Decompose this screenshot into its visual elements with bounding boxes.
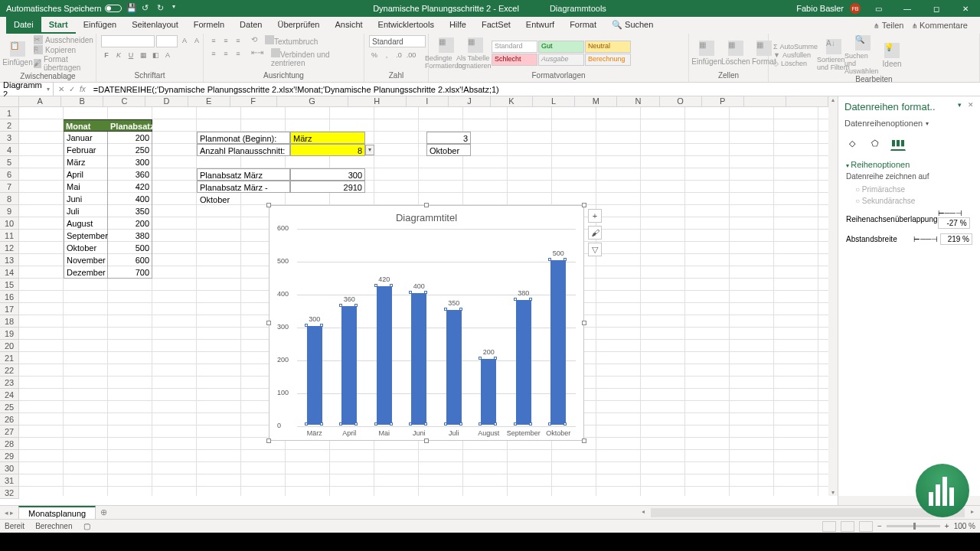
comments-button[interactable]: Kommentare [912,21,969,30]
tab-help[interactable]: Hilfe [442,17,474,34]
italic-icon[interactable]: K [113,50,124,60]
decrease-font-icon[interactable]: A [191,35,202,46]
sheet-nav-next[interactable]: ▸ [10,509,14,517]
autosum-button[interactable]: ΣAutoSumme [773,43,818,51]
column-header[interactable]: J [449,96,491,107]
cell[interactable]: 200 [108,132,152,144]
column-header[interactable]: N [617,96,659,107]
font-color-icon[interactable]: A [162,50,173,60]
chart-bar[interactable]: 200August [479,359,498,425]
chart-plot-area[interactable]: 0100200300400500600300März360April420Mai… [297,229,576,425]
column-header[interactable]: P [702,96,744,107]
cell[interactable]: Planmonat (Beginn): [197,132,290,144]
chart-bar[interactable]: 500Oktober [549,260,567,425]
tab-design[interactable]: Entwurf [518,17,562,34]
minimize-icon[interactable]: — [896,0,919,17]
chart-bar[interactable]: 400Juni [410,293,428,425]
row-header[interactable]: 12 [0,242,19,254]
user-avatar[interactable]: FB [850,3,861,14]
tab-review[interactable]: Überprüfen [270,17,327,34]
row-header[interactable]: 14 [0,266,19,279]
row-header[interactable]: 13 [0,254,19,266]
row-header[interactable]: 9 [0,205,19,217]
dropdown-button[interactable]: ▾ [365,145,374,155]
cell[interactable]: Monat [64,119,108,132]
cell[interactable]: 2910 [290,181,365,193]
tab-format[interactable]: Format [562,17,604,34]
cell[interactable]: März [64,156,108,168]
page-break-view-button[interactable] [859,521,873,532]
series-overlap-input[interactable] [938,217,970,229]
cell[interactable]: 380 [108,230,152,242]
cell-styles-gallery[interactable]: Standard Gut Neutral Schlecht Ausgabe Be… [492,41,631,66]
tab-view[interactable]: Ansicht [327,17,370,34]
cell[interactable]: Oktober [64,242,108,254]
fx-icon[interactable]: fx [80,85,86,93]
row-header[interactable]: 21 [0,352,19,364]
column-header[interactable]: L [533,96,575,107]
row-header[interactable]: 3 [0,132,19,144]
chart-object[interactable]: Diagrammtitel 0100200300400500600300März… [269,205,584,441]
clear-button[interactable]: ◇Löschen [773,60,818,67]
row-header[interactable]: 4 [0,144,19,156]
fill-button[interactable]: ▼Ausfüllen [773,51,818,59]
save-icon[interactable]: 💾 [126,3,137,14]
series-options-header[interactable]: Reihenoptionen [846,160,972,169]
row-header[interactable]: 2 [0,119,19,132]
row-header[interactable]: 27 [0,425,19,438]
row-header[interactable]: 24 [0,389,19,401]
select-all-cell[interactable] [0,96,19,107]
sheet-tab-monatsplanung[interactable]: Monatsplanung [18,506,96,520]
cell[interactable]: 420 [108,181,152,193]
row-header[interactable]: 10 [0,217,19,230]
cell[interactable]: Planabsatz März - Oktober [197,181,290,193]
cell[interactable]: 350 [108,205,152,217]
zoom-in-button[interactable]: + [945,522,949,530]
column-header[interactable]: I [407,96,449,107]
chart-bar[interactable]: 350Juli [445,310,463,425]
qat-more-icon[interactable]: ▾ [172,3,183,14]
row-header[interactable]: 5 [0,156,19,168]
chart-elements-button[interactable]: + [588,209,602,223]
column-header[interactable]: O [660,96,702,107]
effects-icon[interactable]: ⬠ [867,135,883,151]
ribbon-options-icon[interactable]: ▭ [867,0,890,17]
cell[interactable]: 500 [108,242,152,254]
cell[interactable]: Planabsatz [108,119,152,132]
cell[interactable]: 3 [426,132,471,144]
cell[interactable]: Juni [64,193,108,205]
cell[interactable]: 360 [108,168,152,181]
cell[interactable]: 8 [290,144,365,156]
cancel-formula-icon[interactable]: ✕ [58,85,64,93]
row-header[interactable]: 1 [0,107,19,119]
tab-search[interactable]: 🔍 Suchen [604,17,661,34]
gap-width-input[interactable] [940,233,972,245]
pane-close-icon[interactable]: ✕ [968,101,974,109]
bold-icon[interactable]: F [101,50,112,60]
cell[interactable]: Juli [64,205,108,217]
cell[interactable]: 200 [108,217,152,230]
delete-cells-button[interactable]: ▦Löschen [723,41,749,66]
sort-filter-button[interactable]: A↓Sortieren und Filtern [821,39,847,71]
cell[interactable]: 600 [108,254,152,266]
cell[interactable]: März [290,132,365,144]
zoom-slider[interactable] [887,525,940,527]
row-header[interactable]: 16 [0,291,19,303]
cell[interactable]: April [64,168,108,181]
pane-subtitle[interactable]: Datenreihenoptionen [838,117,980,132]
chart-bar[interactable]: 360April [340,306,358,425]
cell[interactable]: November [64,254,108,266]
tab-start[interactable]: Start [41,17,76,34]
column-header[interactable]: E [188,96,230,107]
share-button[interactable]: Teilen [874,21,903,30]
cell[interactable]: Mai [64,181,108,193]
row-header[interactable]: 22 [0,364,19,377]
tab-data[interactable]: Daten [232,17,270,34]
column-header[interactable]: C [103,96,145,107]
row-header[interactable]: 17 [0,303,19,315]
format-painter-button[interactable]: 🖌Format übertragen [34,55,93,72]
series-options-icon[interactable]: ▮▮▮ [890,135,906,151]
cell[interactable]: Oktober [426,144,471,156]
chart-bar[interactable]: 420Mai [375,286,394,425]
horizontal-scrollbar[interactable] [651,508,965,517]
